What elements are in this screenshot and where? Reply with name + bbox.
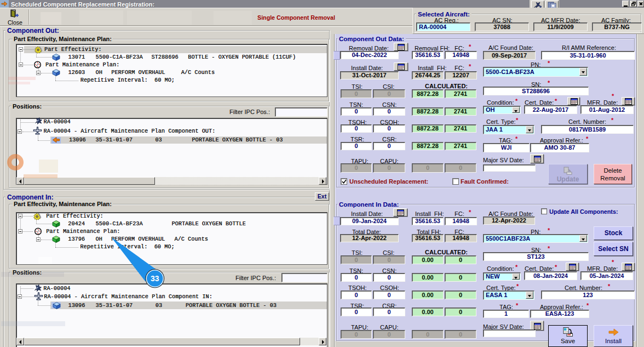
svg-text:33: 33	[151, 274, 159, 283]
